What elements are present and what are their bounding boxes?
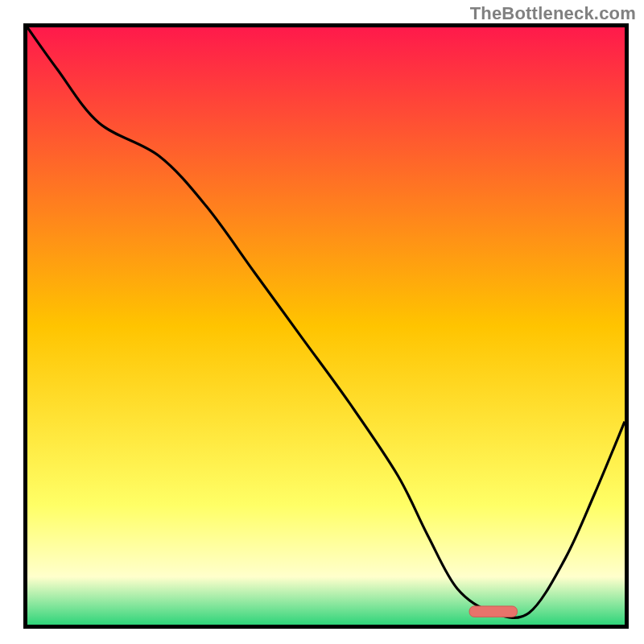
gradient-background (27, 27, 625, 625)
optimum-marker (469, 606, 517, 617)
plot-svg (27, 27, 625, 625)
chart-stage: TheBottleneck.com (0, 0, 644, 644)
plot-frame (23, 23, 629, 629)
watermark-text: TheBottleneck.com (470, 3, 636, 24)
